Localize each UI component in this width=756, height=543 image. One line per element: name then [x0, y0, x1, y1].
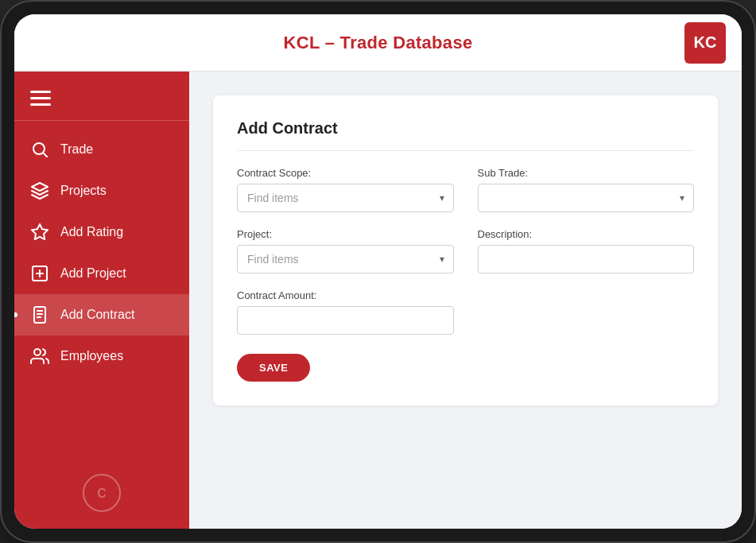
sidebar: Trade Projects Add Rating: [14, 72, 189, 529]
sidebar-item-trade-label: Trade: [60, 142, 93, 157]
project-wrapper: Find items ▾: [237, 245, 454, 273]
sidebar-item-trade[interactable]: Trade: [14, 129, 189, 170]
tablet-screen: KCL – Trade Database KC: [14, 14, 742, 529]
contract-scope-group: Contract Scope: Find items ▾: [237, 167, 454, 212]
contract-amount-group: Contract Amount:: [237, 289, 454, 335]
svg-point-13: [34, 349, 41, 355]
project-label: Project:: [237, 228, 454, 240]
svg-text:KC: KC: [694, 33, 717, 51]
main-area: Trade Projects Add Rating: [14, 72, 742, 529]
sidebar-item-add-contract-label: Add Contract: [60, 308, 134, 322]
contract-scope-wrapper: Find items ▾: [237, 184, 454, 212]
hamburger-icon: [30, 91, 173, 106]
sidebar-item-employees-label: Employees: [60, 349, 123, 363]
star-icon: [30, 223, 49, 242]
sidebar-item-employees[interactable]: Employees: [14, 335, 189, 377]
sidebar-bottom: C: [14, 457, 189, 529]
header: KCL – Trade Database KC: [14, 14, 742, 72]
contract-scope-select[interactable]: Find items: [237, 184, 454, 212]
description-label: Description:: [478, 228, 695, 240]
project-select[interactable]: Find items: [237, 245, 454, 273]
sub-trade-group: Sub Trade: ▾: [478, 167, 695, 212]
tablet-frame: KCL – Trade Database KC: [0, 0, 756, 543]
add-contract-card: Add Contract Contract Scope: Find items …: [213, 95, 718, 405]
plus-square-icon: [30, 264, 49, 283]
form-grid: Contract Scope: Find items ▾ Sub Trade:: [237, 167, 694, 335]
sub-trade-label: Sub Trade:: [478, 167, 695, 179]
layers-icon: [30, 181, 49, 200]
svg-text:C: C: [97, 487, 107, 500]
sidebar-item-add-project[interactable]: Add Project: [14, 253, 189, 294]
contract-icon: [30, 305, 49, 324]
sidebar-item-projects[interactable]: Projects: [14, 170, 189, 211]
svg-line-3: [44, 153, 47, 157]
description-group: Description:: [478, 228, 695, 273]
sidebar-item-add-project-label: Add Project: [60, 266, 126, 281]
save-button[interactable]: SAVE: [237, 354, 310, 382]
contract-amount-label: Contract Amount:: [237, 289, 454, 301]
brand-logo: KC: [684, 22, 726, 64]
sub-trade-wrapper: ▾: [478, 184, 695, 212]
sidebar-item-add-contract[interactable]: Add Contract: [14, 294, 189, 335]
active-indicator: [14, 312, 17, 317]
contract-amount-input[interactable]: [237, 306, 454, 335]
hamburger-button[interactable]: [14, 80, 189, 121]
form-title: Add Contract: [237, 119, 694, 151]
sub-trade-select[interactable]: [478, 184, 695, 212]
svg-marker-5: [32, 224, 48, 239]
header-title: KCL – Trade Database: [284, 33, 473, 53]
svg-marker-4: [32, 183, 48, 191]
description-input[interactable]: [478, 245, 695, 273]
search-icon: [30, 140, 49, 159]
svg-point-2: [33, 143, 45, 154]
project-group: Project: Find items ▾: [237, 228, 454, 273]
sidebar-item-projects-label: Projects: [60, 184, 107, 198]
employees-icon: [30, 347, 49, 366]
main-content: Add Contract Contract Scope: Find items …: [189, 72, 742, 529]
sidebar-item-add-rating[interactable]: Add Rating: [14, 211, 189, 253]
contract-scope-label: Contract Scope:: [237, 167, 454, 179]
sidebar-bottom-logo: C: [82, 473, 122, 513]
sidebar-item-add-rating-label: Add Rating: [60, 225, 123, 239]
